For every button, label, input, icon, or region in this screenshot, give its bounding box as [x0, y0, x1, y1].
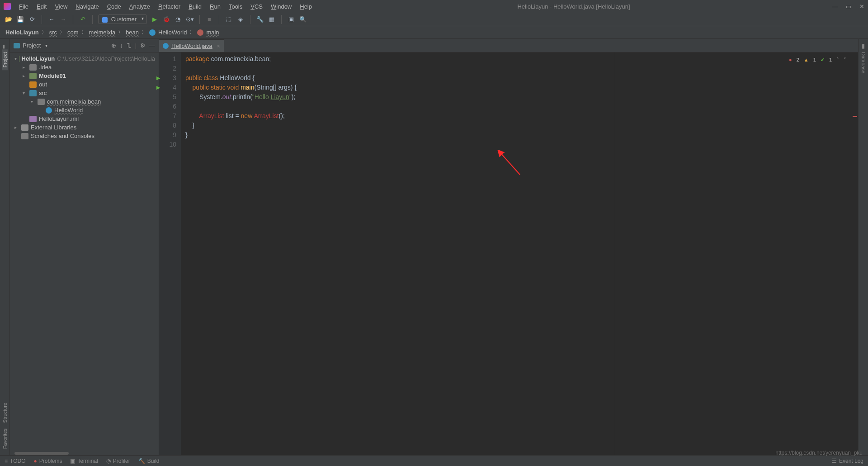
status-event-log[interactable]: ☰Event Log: [832, 458, 863, 464]
toolbar: 📂 💾 ⟳ ← → ↶ Customer ▶ 🐞 ◔ ⊙▾ ■ ⬚ ◈ 🔧 ▦ …: [0, 13, 868, 26]
status-todo[interactable]: ≡TODO: [5, 458, 25, 464]
tree-item[interactable]: HelloLiayun.iml: [10, 114, 159, 123]
menu-vcs[interactable]: VCS: [247, 2, 266, 11]
close-button[interactable]: ✕: [859, 3, 864, 10]
tree-item[interactable]: ▾HelloLiayun C:\Users\32120\IdeaProjects…: [10, 54, 159, 63]
run-config-combo[interactable]: Customer: [98, 14, 147, 24]
settings-icon[interactable]: ⚙: [140, 42, 146, 49]
menu-code[interactable]: Code: [104, 2, 125, 11]
debug-icon[interactable]: 🐞: [162, 15, 170, 24]
profile-icon[interactable]: ⊙▾: [186, 15, 194, 24]
error-icon: ●: [789, 55, 792, 65]
stop-icon[interactable]: ■: [205, 15, 213, 24]
line-gutter[interactable]: 123▶4▶5678910: [159, 52, 181, 455]
tree-item[interactable]: Scratches and Consoles: [10, 132, 159, 140]
tree-item[interactable]: ▸External Libraries: [10, 123, 159, 132]
menu-edit[interactable]: Edit: [33, 2, 50, 11]
file-c-icon: [46, 107, 52, 114]
menu-run[interactable]: Run: [206, 2, 224, 11]
next-highlight-icon[interactable]: ˅: [844, 55, 846, 65]
sidebar-header: Project ⊕ ↕ ⇅ | ⚙ —: [10, 39, 159, 52]
editor-body[interactable]: 123▶4▶5678910 ●2 ▲1 ✔1 ˄ ˅ package com.m…: [159, 52, 858, 455]
save-icon[interactable]: 💾: [16, 15, 24, 24]
menu-view[interactable]: View: [51, 2, 71, 11]
breadcrumb: HelloLiayun 〉 src 〉 com 〉 meimeixia 〉 be…: [0, 26, 868, 39]
attach-icon[interactable]: ⬚: [225, 15, 233, 24]
gutter-run-icon[interactable]: ▶: [156, 73, 160, 83]
tree-item[interactable]: ▸.idea: [10, 63, 159, 71]
tree-label: out: [39, 81, 47, 88]
breadcrumb-method[interactable]: main: [206, 29, 219, 36]
menu-file[interactable]: File: [15, 2, 32, 11]
prev-highlight-icon[interactable]: ˄: [836, 55, 839, 65]
tab-label: HelloWorld.java: [171, 43, 212, 49]
file-iml-icon: [29, 116, 37, 122]
structure-tool-button[interactable]: Structure: [2, 400, 8, 426]
close-tab-icon[interactable]: ×: [217, 43, 220, 49]
tree-item[interactable]: out: [10, 80, 159, 89]
tree-item[interactable]: ▾src: [10, 89, 159, 97]
bookmark-icon[interactable]: ▮: [2, 43, 5, 49]
back-icon[interactable]: ←: [47, 15, 56, 24]
editor-tabs: HelloWorld.java ×: [159, 39, 858, 52]
sdk-icon[interactable]: ▣: [287, 15, 295, 24]
menu-window[interactable]: Window: [267, 2, 295, 11]
status-terminal[interactable]: ▣Terminal: [70, 458, 98, 464]
menu-tools[interactable]: Tools: [225, 2, 246, 11]
folder-grey-icon: [38, 99, 45, 105]
breadcrumb-root[interactable]: HelloLiayun: [5, 29, 39, 36]
maximize-button[interactable]: ▭: [846, 3, 851, 10]
run-icon[interactable]: ▶: [151, 15, 159, 24]
collapse-all-icon[interactable]: ⇅: [127, 42, 132, 49]
breadcrumb-class[interactable]: HelloWorld: [158, 29, 187, 36]
gutter-run-icon[interactable]: ▶: [156, 83, 160, 92]
select-opened-icon[interactable]: ⊕: [111, 42, 116, 49]
status-problems[interactable]: ●Problems: [33, 458, 62, 464]
tree-label: com.meimeixia.bean: [47, 98, 101, 105]
sidebar-view-selector[interactable]: Project: [14, 42, 111, 49]
breadcrumb-bean[interactable]: bean: [126, 29, 139, 36]
coverage-icon[interactable]: ◔: [174, 15, 182, 24]
hide-icon[interactable]: —: [149, 42, 155, 49]
settings-wrench-icon[interactable]: 🔧: [256, 15, 264, 24]
project-sidebar: Project ⊕ ↕ ⇅ | ⚙ — ▾HelloLiayun C:\User…: [10, 39, 159, 455]
breadcrumb-src[interactable]: src: [49, 29, 57, 36]
favorites-tool-button[interactable]: Favorites: [2, 426, 8, 452]
code-area[interactable]: ●2 ▲1 ✔1 ˄ ˅ package com.meimeixia.bean;…: [181, 52, 858, 455]
search-icon[interactable]: 🔍: [299, 15, 307, 24]
menu-navigate[interactable]: Navigate: [72, 2, 102, 11]
open-icon[interactable]: 📂: [5, 15, 13, 24]
tab-helloworld[interactable]: HelloWorld.java ×: [159, 39, 224, 52]
expand-all-icon[interactable]: ↕: [120, 42, 123, 49]
project-structure-icon[interactable]: ▦: [268, 15, 276, 24]
status-profiler[interactable]: ◔Profiler: [106, 458, 130, 464]
undo-icon[interactable]: ↶: [79, 15, 87, 24]
menu-build[interactable]: Build: [185, 2, 205, 11]
tree-item[interactable]: ▸Module01: [10, 71, 159, 80]
inspection-widget[interactable]: ●2 ▲1 ✔1 ˄ ˅: [789, 55, 846, 65]
tree-item[interactable]: ▾com.meimeixia.bean: [10, 97, 159, 106]
database-tool-button[interactable]: Database: [861, 49, 866, 76]
forward-icon[interactable]: →: [59, 15, 67, 24]
sync-icon[interactable]: ⟳: [28, 15, 36, 24]
tree-label: External Libraries: [31, 124, 76, 131]
tree-label: HelloLiayun: [22, 55, 55, 62]
error-stripe-marker[interactable]: [853, 116, 857, 117]
minimize-button[interactable]: —: [832, 3, 838, 10]
editor: HelloWorld.java × 123▶4▶5678910 ●2 ▲1 ✔1…: [159, 39, 858, 455]
sidebar-scrollbar[interactable]: [10, 452, 159, 455]
statusbar: ≡TODO ●Problems ▣Terminal ◔Profiler 🔨Bui…: [0, 455, 868, 466]
tree-label: src: [39, 90, 47, 96]
menu-analyze[interactable]: Analyze: [126, 2, 154, 11]
project-tool-button[interactable]: Project: [2, 49, 8, 70]
breadcrumb-com[interactable]: com: [67, 29, 79, 36]
db-icon[interactable]: ▮: [862, 43, 865, 49]
structure-icon[interactable]: ◈: [236, 15, 245, 24]
menu-refactor[interactable]: Refactor: [155, 2, 184, 11]
tree-item[interactable]: HelloWorld: [10, 106, 159, 114]
breadcrumb-pkg[interactable]: meimeixia: [89, 29, 116, 36]
status-build[interactable]: 🔨Build: [138, 458, 160, 464]
project-tree[interactable]: ▾HelloLiayun C:\Users\32120\IdeaProjects…: [10, 52, 159, 452]
menu-help[interactable]: Help: [296, 2, 316, 11]
tree-label: .idea: [39, 64, 52, 71]
